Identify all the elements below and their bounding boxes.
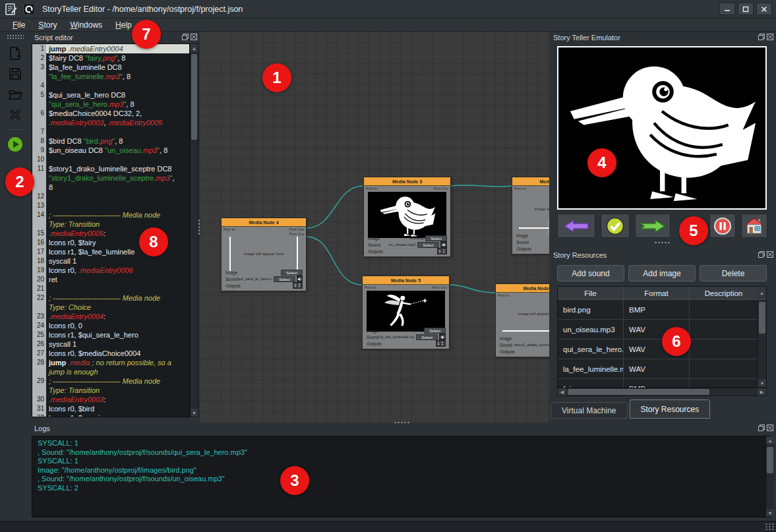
code-line[interactable]: 2$fairy DC8 "fairy.png", 8 <box>32 53 189 63</box>
code-line[interactable]: 7 <box>32 127 189 136</box>
code-line[interactable]: 11$story1_drako_luminelle_sceptre DC8 <box>32 164 189 173</box>
node-media-node-3[interactable]: Media Node 3 Port In Port Out Imagebird.… <box>363 177 451 257</box>
port-in[interactable]: Port In <box>366 187 378 191</box>
node-title[interactable]: Media Node 4 <box>222 218 306 227</box>
code-line[interactable]: 3$la_fee_luminelle DC8 <box>32 63 189 72</box>
speaker-icon[interactable] <box>297 276 303 282</box>
scroll-down-icon[interactable]: ▼ <box>758 378 766 387</box>
code-line[interactable]: 25lcons r1, $qui_sera_le_hero <box>32 330 189 340</box>
port-out[interactable]: Port Out <box>433 285 447 289</box>
code-line[interactable]: 27lcons r0, $mediaChoice0004 <box>32 349 189 358</box>
code-line[interactable]: 8 <box>32 183 189 192</box>
code-line[interactable]: 9$un_oiseau DC8 "un_oiseau.mp3", 8 <box>32 146 189 155</box>
add-image-button[interactable]: Add image <box>628 265 696 281</box>
log-output[interactable]: SYSCALL: 1, Sound: "/home/anthony/ostpro… <box>32 436 771 517</box>
code-line[interactable]: 29; ---------------------------- Media n… <box>32 376 189 386</box>
titlebar[interactable]: StoryTeller Editor - /home/anthony/ostpr… <box>0 0 776 18</box>
code-line[interactable]: 5$qui_sera_le_hero DC8 <box>32 90 189 100</box>
run-button[interactable] <box>5 135 25 154</box>
select-sound-button[interactable]: Select <box>417 242 439 248</box>
code-line[interactable]: 22; ---------------------------- Media n… <box>32 293 189 303</box>
node-media-node-5[interactable]: Media Node 5 Port In Port Out Imagefairy… <box>362 276 450 349</box>
maximize-button[interactable] <box>738 3 754 15</box>
float-panel-icon[interactable] <box>758 34 765 42</box>
scroll-up-icon[interactable]: ▲ <box>758 287 766 299</box>
select-image-button[interactable]: Select <box>281 270 303 276</box>
scroll-up-icon[interactable]: ▲ <box>191 44 198 53</box>
outputs-spinner[interactable]: 1▲▼ <box>436 340 446 347</box>
close-panel-icon[interactable] <box>767 251 773 259</box>
code-line[interactable]: 19lcons r0, .mediaEntry0006 <box>32 266 189 275</box>
open-folder-button[interactable] <box>5 85 25 103</box>
code-line[interactable]: 4 <box>32 81 189 90</box>
pause-button[interactable] <box>709 214 736 238</box>
select-image-button[interactable]: Select <box>424 328 446 334</box>
close-button[interactable] <box>756 3 772 15</box>
code-line[interactable]: 26syscall 1 <box>32 340 189 349</box>
port-in[interactable]: Port In <box>224 227 235 237</box>
outputs-spinner[interactable]: 1▲▼ <box>437 248 447 254</box>
outputs-spinner[interactable]: 2▲▼ <box>293 282 303 289</box>
tab-story-resources[interactable]: Story Resources <box>630 399 711 419</box>
code-line[interactable]: jump is enough <box>32 367 189 376</box>
previous-button[interactable] <box>557 214 595 238</box>
code-line[interactable]: 10 <box>32 155 189 164</box>
column-header-file[interactable]: File <box>558 287 624 299</box>
menu-item-file[interactable]: File <box>7 20 31 30</box>
port-in[interactable]: Port In <box>365 285 376 289</box>
toolbar-grip[interactable] <box>7 34 24 39</box>
scroll-up-icon[interactable]: ▲ <box>766 436 774 445</box>
close-panel-icon[interactable] <box>191 34 197 42</box>
speaker-icon[interactable] <box>439 334 446 340</box>
code-line[interactable]: 8$bird DC8 "bird.png", 8 <box>32 136 189 146</box>
scrollbar-thumb[interactable] <box>568 389 709 395</box>
scroll-down-icon[interactable]: ▼ <box>191 408 198 417</box>
float-panel-icon[interactable] <box>182 34 189 42</box>
resize-grip[interactable] <box>765 523 774 531</box>
code-line[interactable]: 1jump .mediaEntry0004 <box>32 44 189 53</box>
splitter-handle[interactable] <box>198 219 200 236</box>
validate-button[interactable] <box>601 214 630 238</box>
table-row[interactable]: la_fee_luminelle.mp3WAV <box>558 359 766 379</box>
code-line[interactable]: 32lcons r1, $un_oiseau <box>32 413 189 417</box>
code-line[interactable]: Type: Transition <box>32 386 189 395</box>
float-panel-icon[interactable] <box>758 425 765 432</box>
next-button[interactable] <box>635 214 671 238</box>
code-editor[interactable]: 1jump .mediaEntry00042$fairy DC8 "fairy.… <box>32 44 190 417</box>
new-script-button[interactable] <box>5 44 25 63</box>
code-line[interactable]: 18syscall 1 <box>32 256 189 266</box>
minimize-button[interactable] <box>719 3 735 15</box>
select-image-button[interactable]: Select <box>425 235 447 241</box>
select-sound-button[interactable]: Select <box>416 334 438 340</box>
table-horizontal-scrollbar[interactable]: ◀ ▶ <box>557 388 767 396</box>
code-line[interactable]: "qui_sera_le_hero.mp3", 8 <box>32 100 189 109</box>
close-project-button[interactable] <box>5 105 25 124</box>
code-line[interactable]: 24lcons r0, 0 <box>32 321 189 330</box>
node-graph-canvas[interactable]: Media Node 4 Port In Port Out Port Out I… <box>200 32 549 423</box>
table-scrollbar[interactable]: ▼ <box>758 300 766 387</box>
float-panel-icon[interactable] <box>758 251 765 259</box>
node-title[interactable]: Media Node 3 <box>364 177 450 186</box>
code-line[interactable]: 6$mediaChoice0004 DC32, 2, <box>32 109 189 118</box>
column-header-description[interactable]: Description <box>690 287 758 299</box>
table-row[interactable]: bird.pngBMP <box>558 300 766 320</box>
close-panel-icon[interactable] <box>767 34 773 42</box>
node-title[interactable]: Media Node 5 <box>363 276 449 285</box>
add-sound-button[interactable]: Add sound <box>557 265 624 281</box>
splitter-handle[interactable] <box>547 219 550 236</box>
node-media-node-4[interactable]: Media Node 4 Port In Port Out Port Out I… <box>221 218 307 291</box>
column-header-format[interactable]: Format <box>624 287 690 299</box>
scroll-down-icon[interactable]: ▼ <box>766 508 774 517</box>
home-button[interactable] <box>741 214 767 238</box>
code-line[interactable]: 12 <box>32 192 189 201</box>
scrollbar-thumb[interactable] <box>191 54 197 140</box>
close-panel-icon[interactable] <box>767 425 773 432</box>
splitter-handle[interactable] <box>654 241 671 244</box>
port-out[interactable]: Port Out <box>289 227 304 232</box>
delete-button[interactable]: Delete <box>700 265 767 281</box>
code-line[interactable]: "story1_drako_luminelle_sceptre.mp3", <box>32 173 189 183</box>
code-line[interactable]: .mediaEntry0003, .mediaEntry0005 <box>32 118 189 127</box>
scroll-right-icon[interactable]: ▶ <box>758 388 766 396</box>
node-media-node-6[interactable]: Media Node 6 Port In Image will appear h… <box>495 283 549 357</box>
node-title[interactable]: Media Node 2 <box>512 177 549 186</box>
